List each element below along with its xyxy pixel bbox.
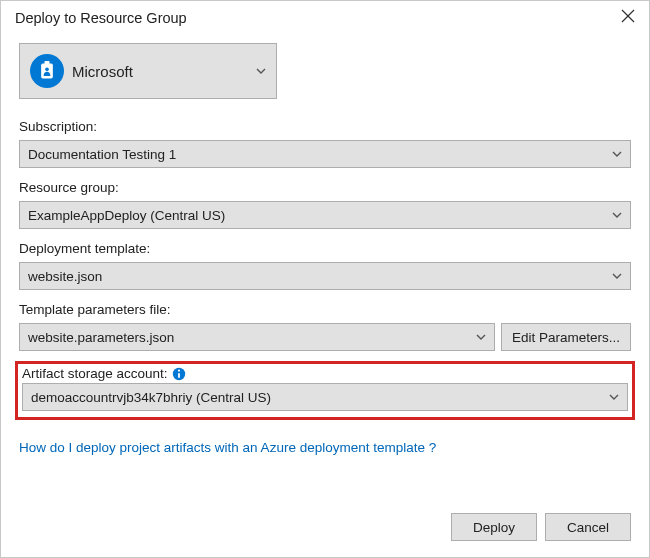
subscription-select[interactable]: Documentation Testing 1 (19, 140, 631, 168)
artifact-highlight: Artifact storage account: demoaccountrvj… (15, 361, 635, 420)
deploy-button[interactable]: Deploy (451, 513, 537, 541)
resource-group-value: ExampleAppDeploy (Central US) (28, 208, 225, 223)
chevron-down-icon (612, 208, 622, 223)
dialog-window: Deploy to Resource Group Microsoft Subsc… (0, 0, 650, 558)
dialog-footer: Deploy Cancel (1, 503, 649, 557)
template-label: Deployment template: (19, 241, 631, 256)
chevron-down-icon (609, 390, 619, 405)
close-button[interactable] (621, 9, 635, 27)
svg-rect-6 (178, 373, 180, 378)
svg-point-7 (177, 369, 179, 371)
account-name: Microsoft (72, 63, 133, 80)
artifact-select[interactable]: demoaccountrvjb34k7bhriy (Central US) (22, 383, 628, 411)
parameters-file-value: website.parameters.json (28, 330, 174, 345)
edit-parameters-button[interactable]: Edit Parameters... (501, 323, 631, 351)
chevron-down-icon (256, 62, 266, 80)
account-badge-icon (30, 54, 64, 88)
template-select[interactable]: website.json (19, 262, 631, 290)
resource-group-select[interactable]: ExampleAppDeploy (Central US) (19, 201, 631, 229)
cancel-button[interactable]: Cancel (545, 513, 631, 541)
svg-point-4 (45, 68, 49, 72)
chevron-down-icon (476, 330, 486, 345)
resource-group-label: Resource group: (19, 180, 631, 195)
chevron-down-icon (612, 147, 622, 162)
dialog-body: Microsoft Subscription: Documentation Te… (1, 33, 649, 503)
chevron-down-icon (612, 269, 622, 284)
info-icon (172, 367, 186, 381)
parameters-file-select[interactable]: website.parameters.json (19, 323, 495, 351)
subscription-label: Subscription: (19, 119, 631, 134)
window-title: Deploy to Resource Group (15, 10, 187, 26)
artifact-value: demoaccountrvjb34k7bhriy (Central US) (31, 390, 271, 405)
titlebar: Deploy to Resource Group (1, 1, 649, 33)
parameters-file-row: website.parameters.json Edit Parameters.… (19, 323, 631, 351)
close-icon (621, 9, 635, 23)
account-selector[interactable]: Microsoft (19, 43, 277, 99)
artifact-label-text: Artifact storage account: (22, 366, 168, 381)
subscription-value: Documentation Testing 1 (28, 147, 176, 162)
parameters-file-label: Template parameters file: (19, 302, 631, 317)
help-link[interactable]: How do I deploy project artifacts with a… (19, 440, 631, 455)
artifact-label: Artifact storage account: (22, 366, 628, 381)
template-value: website.json (28, 269, 102, 284)
svg-rect-3 (45, 61, 50, 64)
